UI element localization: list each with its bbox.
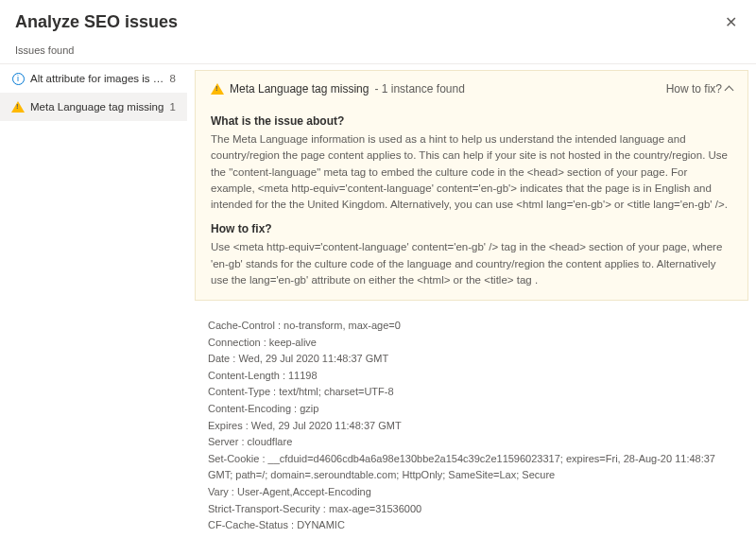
how-to-fix-toggle[interactable]: How to fix? bbox=[666, 82, 732, 95]
page-title: Analyze SEO issues bbox=[15, 12, 178, 32]
sidebar-item-label: Alt attribute for images is miss… bbox=[30, 73, 164, 84]
response-headers: Cache-Control : no-transform, max-age=0 … bbox=[187, 310, 756, 538]
issues-sidebar: i Alt attribute for images is miss… 8 Me… bbox=[0, 63, 187, 538]
sidebar-item-alt-attribute[interactable]: i Alt attribute for images is miss… 8 bbox=[0, 64, 187, 93]
sidebar-item-count: 8 bbox=[170, 73, 176, 84]
warning-icon bbox=[211, 82, 224, 95]
close-button[interactable]: ✕ bbox=[721, 9, 741, 35]
warning-icon bbox=[11, 100, 25, 113]
issue-alert: Meta Language tag missing - 1 instance f… bbox=[195, 70, 748, 301]
sidebar-item-count: 1 bbox=[170, 101, 176, 113]
alert-title: Meta Language tag missing bbox=[230, 82, 369, 95]
about-text: The Meta Language information is used as… bbox=[211, 131, 732, 213]
chevron-up-icon bbox=[725, 86, 734, 95]
sidebar-item-label: Meta Language tag missing bbox=[30, 101, 164, 113]
sidebar-item-meta-language[interactable]: Meta Language tag missing 1 bbox=[0, 93, 187, 121]
main-panel: Meta Language tag missing - 1 instance f… bbox=[187, 63, 756, 538]
alert-subtitle: - 1 instance found bbox=[374, 82, 464, 95]
fix-heading: How to fix? bbox=[211, 222, 732, 235]
fix-text: Use <meta http-equiv='content-language' … bbox=[211, 239, 732, 288]
info-icon: i bbox=[11, 72, 25, 85]
how-to-fix-label: How to fix? bbox=[666, 82, 722, 95]
subheading: Issues found bbox=[0, 41, 756, 63]
about-heading: What is the issue about? bbox=[211, 114, 732, 128]
